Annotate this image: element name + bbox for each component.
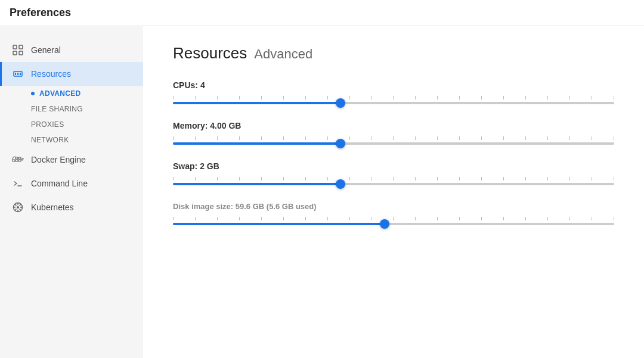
cpus-knob[interactable] [336,98,345,108]
disk-section: Disk image size: 59.6 GB (5.6 GB used) [173,202,614,225]
sidebar-resources-label: Resources [31,69,71,79]
disk-knob[interactable] [380,219,389,229]
memory-track [173,142,614,145]
sidebar-kubernetes-label: Kubernetes [31,203,74,212]
svg-rect-1 [19,45,23,49]
memory-slider-wrapper [173,136,614,145]
cpus-slider-wrapper [173,96,614,104]
sub-advanced-label: ADVANCED [39,89,81,98]
cpus-value: 4 [200,80,205,90]
sidebar-sub-file-sharing[interactable]: FILE SHARING [31,101,143,117]
svg-line-19 [15,204,17,206]
title-bar: Preferences [0,0,644,26]
memory-knob[interactable] [336,139,345,148]
memory-ticks [173,136,614,140]
memory-section: Memory: 4.00 GB [173,121,614,145]
svg-rect-6 [17,73,18,75]
svg-rect-5 [15,73,16,75]
sidebar-item-resources[interactable]: Resources [0,62,143,86]
content-heading: Resources [173,44,247,63]
sidebar-item-docker-engine[interactable]: Docker Engine [0,148,143,172]
swap-track [173,183,614,185]
sub-file-sharing-label: FILE SHARING [31,105,83,113]
cpus-label: CPUs: 4 [173,80,614,90]
sidebar-command-line-label: Command Line [31,179,88,188]
content-header: Resources Advanced [173,44,614,63]
svg-line-20 [20,209,21,211]
swap-value: 2 GB [200,161,219,171]
disk-label: Disk image size: 59.6 GB (5.6 GB used) [173,202,614,211]
swap-ticks [173,177,614,180]
sidebar-item-command-line[interactable]: Command Line [0,172,143,195]
swap-slider-wrapper [173,177,614,185]
content-area: Resources Advanced CPUs: 4 [143,26,644,358]
svg-line-22 [15,209,17,211]
docker-engine-icon [12,154,24,166]
sidebar-sub-proxies[interactable]: PROXIES [31,117,143,132]
swap-fill [173,183,340,185]
memory-value: 4.00 GB [210,121,241,130]
disk-value: 59.6 GB (5.6 GB used) [236,202,317,211]
sub-network-label: NETWORK [31,136,69,144]
svg-point-14 [17,206,19,208]
svg-rect-11 [16,157,18,159]
swap-knob[interactable] [336,179,345,189]
kubernetes-icon [12,201,24,213]
command-line-icon [12,178,24,189]
disk-slider-wrapper [173,217,614,225]
content-subheading: Advanced [254,46,312,62]
disk-track [173,223,614,225]
active-dot [31,92,35,95]
page-title: Preferences [10,7,71,19]
swap-label: Swap: 2 GB [173,161,614,171]
cpus-track [173,102,614,104]
sub-proxies-label: PROXIES [31,120,64,129]
sidebar-sub-advanced[interactable]: ADVANCED [31,86,143,101]
sidebar-general-label: General [31,45,61,55]
disk-ticks [173,217,614,220]
cpus-section: CPUs: 4 [173,80,614,104]
sidebar: General Resources ADVANCED FILE SHARING [0,26,143,358]
swap-section: Swap: 2 GB [173,161,614,185]
sidebar-docker-engine-label: Docker Engine [31,155,86,164]
svg-rect-10 [18,160,21,161]
resources-icon [12,68,24,80]
general-icon [12,44,24,56]
svg-rect-7 [20,73,21,75]
sidebar-item-kubernetes[interactable]: Kubernetes [0,195,143,219]
sidebar-sub-network[interactable]: NETWORK [31,132,143,148]
svg-rect-0 [13,45,17,49]
svg-rect-12 [18,157,21,159]
svg-line-21 [20,204,21,206]
sidebar-item-general[interactable]: General [0,38,143,62]
svg-rect-3 [19,51,23,55]
disk-fill [173,223,385,225]
cpus-fill [173,102,340,104]
memory-fill [173,142,340,145]
svg-rect-8 [13,160,15,161]
main-layout: General Resources ADVANCED FILE SHARING [0,26,644,358]
svg-rect-2 [13,51,17,55]
memory-label: Memory: 4.00 GB [173,121,614,130]
sidebar-sub-menu: ADVANCED FILE SHARING PROXIES NETWORK [0,86,143,148]
cpus-ticks [173,96,614,99]
svg-rect-9 [16,160,18,161]
